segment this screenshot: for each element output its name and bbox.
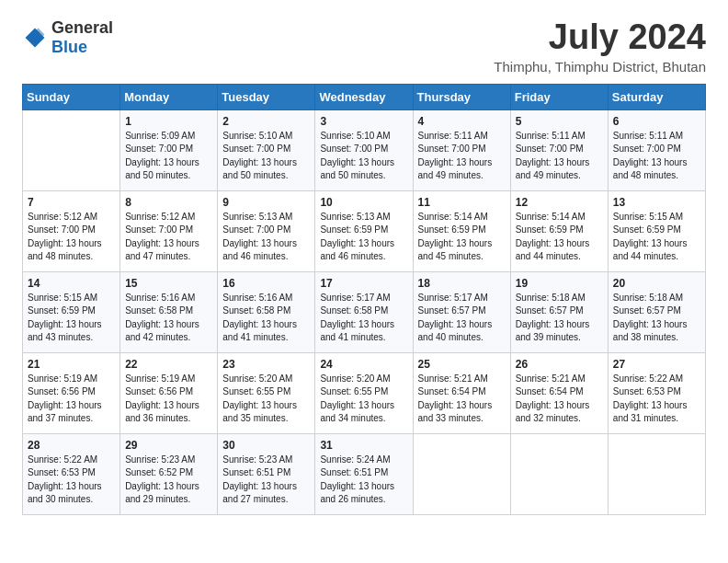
calendar-cell (413, 433, 510, 514)
month-year-title: July 2024 (494, 18, 706, 57)
day-number: 21 (28, 358, 115, 371)
day-info: Sunrise: 5:19 AM Sunset: 6:56 PM Dayligh… (125, 373, 212, 426)
calendar-cell: 16Sunrise: 5:16 AM Sunset: 6:58 PM Dayli… (218, 271, 315, 352)
calendar-cell: 22Sunrise: 5:19 AM Sunset: 6:56 PM Dayli… (120, 352, 218, 433)
day-info: Sunrise: 5:09 AM Sunset: 7:00 PM Dayligh… (125, 130, 212, 183)
calendar-week-2: 7Sunrise: 5:12 AM Sunset: 7:00 PM Daylig… (23, 190, 706, 271)
day-number: 20 (613, 277, 700, 290)
day-info: Sunrise: 5:14 AM Sunset: 6:59 PM Dayligh… (516, 211, 603, 264)
calendar-cell: 20Sunrise: 5:18 AM Sunset: 6:57 PM Dayli… (608, 271, 705, 352)
header: General Blue July 2024 Thimphu, Thimphu … (22, 18, 706, 75)
day-info: Sunrise: 5:22 AM Sunset: 6:53 PM Dayligh… (613, 373, 700, 426)
day-number: 6 (613, 115, 700, 128)
day-info: Sunrise: 5:15 AM Sunset: 6:59 PM Dayligh… (613, 211, 700, 264)
logo-icon (22, 25, 48, 51)
day-info: Sunrise: 5:13 AM Sunset: 6:59 PM Dayligh… (320, 211, 407, 264)
calendar-cell: 12Sunrise: 5:14 AM Sunset: 6:59 PM Dayli… (510, 190, 608, 271)
title-section: July 2024 Thimphu, Thimphu District, Bhu… (494, 18, 706, 75)
calendar-cell: 23Sunrise: 5:20 AM Sunset: 6:55 PM Dayli… (218, 352, 315, 433)
location-subtitle: Thimphu, Thimphu District, Bhutan (494, 59, 706, 75)
calendar-cell (23, 109, 120, 190)
calendar-cell: 2Sunrise: 5:10 AM Sunset: 7:00 PM Daylig… (218, 109, 315, 190)
day-header-thursday: Thursday (413, 84, 510, 109)
day-number: 28 (28, 439, 115, 452)
calendar-cell: 7Sunrise: 5:12 AM Sunset: 7:00 PM Daylig… (23, 190, 120, 271)
calendar-week-5: 28Sunrise: 5:22 AM Sunset: 6:53 PM Dayli… (23, 433, 706, 514)
day-info: Sunrise: 5:22 AM Sunset: 6:53 PM Dayligh… (28, 454, 115, 507)
day-info: Sunrise: 5:20 AM Sunset: 6:55 PM Dayligh… (222, 373, 310, 426)
day-info: Sunrise: 5:12 AM Sunset: 7:00 PM Dayligh… (125, 211, 212, 264)
day-info: Sunrise: 5:19 AM Sunset: 6:56 PM Dayligh… (28, 373, 115, 426)
day-number: 5 (516, 115, 603, 128)
calendar-cell: 18Sunrise: 5:17 AM Sunset: 6:57 PM Dayli… (413, 271, 510, 352)
day-info: Sunrise: 5:21 AM Sunset: 6:54 PM Dayligh… (516, 373, 603, 426)
day-number: 13 (613, 196, 700, 209)
day-number: 2 (222, 115, 310, 128)
day-header-sunday: Sunday (23, 84, 120, 109)
calendar-cell: 31Sunrise: 5:24 AM Sunset: 6:51 PM Dayli… (315, 433, 413, 514)
calendar-cell: 21Sunrise: 5:19 AM Sunset: 6:56 PM Dayli… (23, 352, 120, 433)
day-number: 10 (320, 196, 407, 209)
calendar-cell: 8Sunrise: 5:12 AM Sunset: 7:00 PM Daylig… (120, 190, 218, 271)
calendar-cell: 29Sunrise: 5:23 AM Sunset: 6:52 PM Dayli… (120, 433, 218, 514)
calendar-cell: 24Sunrise: 5:20 AM Sunset: 6:55 PM Dayli… (315, 352, 413, 433)
day-number: 30 (222, 439, 310, 452)
day-number: 31 (320, 439, 407, 452)
calendar-header-row: SundayMondayTuesdayWednesdayThursdayFrid… (23, 84, 706, 109)
day-info: Sunrise: 5:18 AM Sunset: 6:57 PM Dayligh… (613, 292, 700, 345)
day-info: Sunrise: 5:12 AM Sunset: 7:00 PM Dayligh… (28, 211, 115, 264)
day-number: 15 (125, 277, 212, 290)
calendar-cell: 11Sunrise: 5:14 AM Sunset: 6:59 PM Dayli… (413, 190, 510, 271)
day-info: Sunrise: 5:11 AM Sunset: 7:00 PM Dayligh… (418, 130, 506, 183)
day-info: Sunrise: 5:13 AM Sunset: 7:00 PM Dayligh… (222, 211, 310, 264)
day-number: 25 (418, 358, 506, 371)
day-header-tuesday: Tuesday (218, 84, 315, 109)
calendar-cell: 6Sunrise: 5:11 AM Sunset: 7:00 PM Daylig… (608, 109, 705, 190)
logo: General Blue (22, 18, 113, 57)
day-header-monday: Monday (120, 84, 218, 109)
day-number: 19 (516, 277, 603, 290)
day-info: Sunrise: 5:15 AM Sunset: 6:59 PM Dayligh… (28, 292, 115, 345)
calendar-cell: 27Sunrise: 5:22 AM Sunset: 6:53 PM Dayli… (608, 352, 705, 433)
day-number: 9 (222, 196, 310, 209)
calendar-week-4: 21Sunrise: 5:19 AM Sunset: 6:56 PM Dayli… (23, 352, 706, 433)
day-number: 26 (516, 358, 603, 371)
day-info: Sunrise: 5:17 AM Sunset: 6:58 PM Dayligh… (320, 292, 407, 345)
day-number: 29 (125, 439, 212, 452)
day-number: 23 (222, 358, 310, 371)
calendar-cell: 3Sunrise: 5:10 AM Sunset: 7:00 PM Daylig… (315, 109, 413, 190)
calendar-cell: 14Sunrise: 5:15 AM Sunset: 6:59 PM Dayli… (23, 271, 120, 352)
day-number: 12 (516, 196, 603, 209)
day-number: 27 (613, 358, 700, 371)
calendar-cell: 30Sunrise: 5:23 AM Sunset: 6:51 PM Dayli… (218, 433, 315, 514)
calendar-cell: 1Sunrise: 5:09 AM Sunset: 7:00 PM Daylig… (120, 109, 218, 190)
calendar-table: SundayMondayTuesdayWednesdayThursdayFrid… (22, 84, 706, 515)
day-info: Sunrise: 5:17 AM Sunset: 6:57 PM Dayligh… (418, 292, 506, 345)
calendar-week-3: 14Sunrise: 5:15 AM Sunset: 6:59 PM Dayli… (23, 271, 706, 352)
calendar-cell: 19Sunrise: 5:18 AM Sunset: 6:57 PM Dayli… (510, 271, 608, 352)
day-info: Sunrise: 5:14 AM Sunset: 6:59 PM Dayligh… (418, 211, 506, 264)
day-info: Sunrise: 5:16 AM Sunset: 6:58 PM Dayligh… (222, 292, 310, 345)
calendar-cell: 26Sunrise: 5:21 AM Sunset: 6:54 PM Dayli… (510, 352, 608, 433)
day-header-friday: Friday (510, 84, 608, 109)
day-info: Sunrise: 5:16 AM Sunset: 6:58 PM Dayligh… (125, 292, 212, 345)
logo-text: General Blue (51, 18, 113, 57)
calendar-cell (510, 433, 608, 514)
day-number: 4 (418, 115, 506, 128)
day-info: Sunrise: 5:10 AM Sunset: 7:00 PM Dayligh… (320, 130, 407, 183)
day-info: Sunrise: 5:23 AM Sunset: 6:52 PM Dayligh… (125, 454, 212, 507)
calendar-cell: 15Sunrise: 5:16 AM Sunset: 6:58 PM Dayli… (120, 271, 218, 352)
day-number: 11 (418, 196, 506, 209)
day-info: Sunrise: 5:24 AM Sunset: 6:51 PM Dayligh… (320, 454, 407, 507)
day-info: Sunrise: 5:23 AM Sunset: 6:51 PM Dayligh… (222, 454, 310, 507)
calendar-cell: 4Sunrise: 5:11 AM Sunset: 7:00 PM Daylig… (413, 109, 510, 190)
day-info: Sunrise: 5:21 AM Sunset: 6:54 PM Dayligh… (418, 373, 506, 426)
calendar-cell: 28Sunrise: 5:22 AM Sunset: 6:53 PM Dayli… (23, 433, 120, 514)
day-header-saturday: Saturday (608, 84, 705, 109)
calendar-cell: 5Sunrise: 5:11 AM Sunset: 7:00 PM Daylig… (510, 109, 608, 190)
day-info: Sunrise: 5:11 AM Sunset: 7:00 PM Dayligh… (613, 130, 700, 183)
day-number: 18 (418, 277, 506, 290)
day-info: Sunrise: 5:11 AM Sunset: 7:00 PM Dayligh… (516, 130, 603, 183)
calendar-cell (608, 433, 705, 514)
day-number: 3 (320, 115, 407, 128)
